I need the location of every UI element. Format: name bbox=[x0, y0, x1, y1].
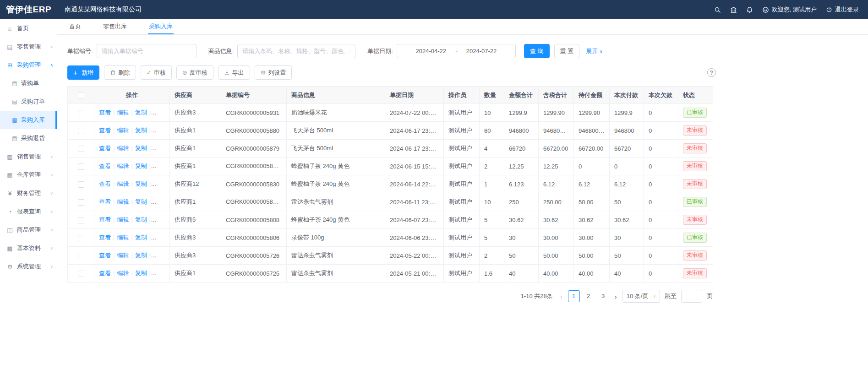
row-action-view[interactable]: 查看 bbox=[99, 270, 111, 277]
sidebar-item-0[interactable]: ⌂ 首页 bbox=[0, 19, 57, 38]
cell-date: 2024-05-22 00:23:26 bbox=[385, 247, 444, 265]
date-separator: ~ bbox=[454, 48, 458, 54]
row-action-copy[interactable]: 复制 bbox=[135, 252, 147, 259]
row-action-copy[interactable]: 复制 bbox=[135, 216, 147, 223]
bell-icon[interactable] bbox=[746, 6, 753, 13]
row-action-edit[interactable]: 编辑 bbox=[117, 109, 129, 116]
welcome-user[interactable]: 欢迎您, 测试用户 bbox=[762, 5, 817, 14]
page-number-3[interactable]: 3 bbox=[597, 290, 609, 302]
row-action-copy[interactable]: 复制 bbox=[135, 270, 147, 277]
row-action-edit[interactable]: 编辑 bbox=[117, 163, 129, 169]
row-checkbox[interactable] bbox=[78, 163, 84, 170]
doc-icon: ▤ bbox=[11, 80, 18, 87]
date-range-picker[interactable]: 2024-04-22 ~ 2024-07-22 bbox=[397, 44, 516, 58]
sidebar-item-label: 仓库管理 bbox=[17, 171, 41, 179]
cell-status: 已审核 bbox=[678, 229, 713, 247]
row-action-edit[interactable]: 编辑 bbox=[117, 180, 129, 187]
row-action-edit[interactable]: 编辑 bbox=[117, 270, 129, 277]
row-action-edit[interactable]: 编辑 bbox=[117, 216, 129, 223]
sidebar-item-1[interactable]: ▤ 零售管理 ∨ bbox=[0, 38, 57, 56]
unaudit-button[interactable]: ⊘ 反审核 bbox=[176, 65, 213, 80]
search-button[interactable]: 查 询 bbox=[524, 44, 550, 58]
row-action-copy[interactable]: 复制 bbox=[135, 145, 147, 152]
bill-no-input[interactable] bbox=[97, 44, 197, 58]
row-action-copy[interactable]: 复制 bbox=[135, 163, 147, 169]
row-action-view[interactable]: 查看 bbox=[99, 109, 111, 116]
expand-link[interactable]: 展开 ∨ bbox=[586, 47, 603, 55]
date-start-value[interactable]: 2024-04-22 bbox=[416, 48, 447, 54]
row-action-edit[interactable]: 编辑 bbox=[117, 145, 129, 152]
row-action-copy[interactable]: 复制 bbox=[135, 234, 147, 241]
row-action-copy[interactable]: 复制 bbox=[135, 109, 147, 116]
prev-page-icon[interactable]: ‹ bbox=[559, 293, 563, 300]
row-action-view[interactable]: 查看 bbox=[99, 234, 111, 241]
row-checkbox[interactable] bbox=[78, 235, 84, 241]
column-header: 商品信息 bbox=[287, 87, 385, 104]
row-action-copy[interactable]: 复制 bbox=[135, 127, 147, 134]
row-checkbox[interactable] bbox=[78, 128, 84, 134]
next-page-icon[interactable]: › bbox=[614, 293, 618, 300]
row-checkbox[interactable] bbox=[78, 146, 84, 152]
row-action-copy[interactable]: 复制 bbox=[135, 198, 147, 205]
row-action-copy[interactable]: 复制 bbox=[135, 180, 147, 187]
row-checkbox[interactable] bbox=[78, 110, 84, 116]
cell-tax_total: 66720.00 bbox=[539, 140, 574, 158]
row-action-view[interactable]: 查看 bbox=[99, 180, 111, 187]
home-icon: ⌂ bbox=[6, 25, 14, 32]
chevron-down-icon: ∨ bbox=[600, 49, 603, 54]
tab-2[interactable]: 采购入库 bbox=[148, 19, 174, 34]
row-action-view[interactable]: 查看 bbox=[99, 216, 111, 223]
add-button[interactable]: + 新增 bbox=[67, 65, 99, 80]
sidebar-subitem-2-0[interactable]: ▤ 请购单 bbox=[0, 74, 57, 92]
sidebar-item-6[interactable]: ◔ 报表查询 ∨ bbox=[0, 202, 57, 221]
row-action-edit[interactable]: 编辑 bbox=[117, 198, 129, 205]
help-icon[interactable]: ? bbox=[707, 68, 716, 77]
sidebar-subitem-label: 请购单 bbox=[21, 79, 39, 87]
logout-button[interactable]: 退出登录 bbox=[826, 5, 859, 14]
row-action-view[interactable]: 查看 bbox=[99, 145, 111, 152]
column-settings-button[interactable]: ⚙ 列设置 bbox=[255, 65, 292, 80]
row-action-view[interactable]: 查看 bbox=[99, 163, 111, 169]
product-info-input[interactable] bbox=[237, 44, 355, 58]
export-button[interactable]: 导出 bbox=[218, 65, 250, 80]
sidebar-item-2[interactable]: ⊞ 采购管理 ∧ bbox=[0, 56, 57, 74]
tab-1[interactable]: 零售出库 bbox=[102, 19, 128, 34]
cell-bill_no: CGRK00000005833[订] bbox=[221, 158, 287, 175]
page-number-2[interactable]: 2 bbox=[583, 290, 595, 302]
select-all-checkbox[interactable] bbox=[78, 92, 84, 98]
search-icon[interactable] bbox=[714, 6, 721, 13]
audit-button[interactable]: ✓ 审核 bbox=[141, 65, 172, 80]
page-size-select[interactable]: 10 条/页 ∨ bbox=[622, 290, 660, 303]
row-action-view[interactable]: 查看 bbox=[99, 198, 111, 205]
date-end-value[interactable]: 2024-07-22 bbox=[466, 48, 497, 54]
bank-icon[interactable] bbox=[730, 6, 737, 13]
row-checkbox[interactable] bbox=[78, 181, 84, 188]
chevron-down-icon: ∨ bbox=[50, 209, 53, 214]
sidebar-item-7[interactable]: ◫ 商品管理 ∨ bbox=[0, 221, 57, 239]
delete-button[interactable]: 删除 bbox=[104, 65, 136, 80]
sidebar-subitem-2-2[interactable]: ▤ 采购入库 bbox=[0, 111, 57, 129]
row-checkbox[interactable] bbox=[78, 217, 84, 223]
row-checkbox[interactable] bbox=[78, 271, 84, 277]
cell-date: 2024-06-06 23:34:32 bbox=[385, 229, 444, 247]
sidebar-item-9[interactable]: ⚙ 系统管理 ∨ bbox=[0, 257, 57, 276]
row-action-view[interactable]: 查看 bbox=[99, 252, 111, 259]
row-checkbox[interactable] bbox=[78, 253, 84, 259]
row-action-edit[interactable]: 编辑 bbox=[117, 234, 129, 241]
reset-button[interactable]: 重 置 bbox=[554, 44, 580, 58]
row-action-view[interactable]: 查看 bbox=[99, 127, 111, 134]
sidebar-subitem-2-1[interactable]: ▤ 采购订单 bbox=[0, 92, 57, 111]
row-action-edit[interactable]: 编辑 bbox=[117, 127, 129, 134]
sidebar-item-8[interactable]: ▩ 基本资料 ∨ bbox=[0, 239, 57, 257]
sidebar-item-5[interactable]: ¥ 财务管理 ∨ bbox=[0, 184, 57, 202]
cell-operator: 测试用户 bbox=[444, 265, 480, 283]
sidebar-item-3[interactable]: ▥ 销售管理 ∨ bbox=[0, 147, 57, 166]
tab-0[interactable]: 首页 bbox=[68, 19, 82, 34]
row-checkbox[interactable] bbox=[78, 199, 84, 206]
jump-page-input[interactable] bbox=[681, 290, 702, 303]
sidebar-item-4[interactable]: ▦ 仓库管理 ∨ bbox=[0, 166, 57, 184]
page-number-1[interactable]: 1 bbox=[568, 290, 580, 302]
row-action-edit[interactable]: 编辑 bbox=[117, 252, 129, 259]
sidebar-item-label: 财务管理 bbox=[17, 189, 41, 197]
sidebar-subitem-2-3[interactable]: ▤ 采购退货 bbox=[0, 129, 57, 147]
